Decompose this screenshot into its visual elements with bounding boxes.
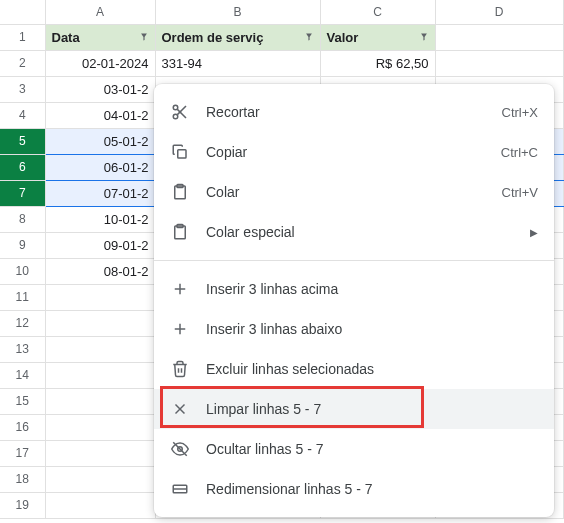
menu-hide-rows[interactable]: Ocultar linhas 5 - 7 — [154, 429, 554, 469]
submenu-arrow-icon: ▶ — [530, 227, 538, 238]
row-header-12[interactable]: 12 — [0, 310, 45, 336]
cell[interactable]: 06-01-2 — [45, 154, 155, 180]
col-header-c[interactable]: C — [320, 0, 435, 24]
row-header-8[interactable]: 8 — [0, 206, 45, 232]
row-header-10[interactable]: 10 — [0, 258, 45, 284]
menu-label: Copiar — [206, 144, 501, 160]
filter-icon[interactable] — [137, 30, 151, 44]
cell[interactable] — [45, 388, 155, 414]
cell[interactable]: 08-01-2 — [45, 258, 155, 284]
row-header-1[interactable]: 1 — [0, 24, 45, 50]
header-data[interactable]: Data — [45, 24, 155, 50]
shortcut: Ctrl+C — [501, 145, 538, 160]
cell[interactable]: 05-01-2 — [45, 128, 155, 154]
svg-point-1 — [173, 114, 178, 119]
header-label: Data — [52, 30, 80, 45]
row-header-18[interactable]: 18 — [0, 466, 45, 492]
row-header-13[interactable]: 13 — [0, 336, 45, 362]
col-header-a[interactable]: A — [45, 0, 155, 24]
svg-point-0 — [173, 105, 178, 110]
cell[interactable] — [45, 336, 155, 362]
cell[interactable] — [45, 284, 155, 310]
plus-icon — [170, 279, 190, 299]
clipboard-icon — [170, 222, 190, 242]
menu-label: Colar — [206, 184, 502, 200]
menu-insert-above[interactable]: Inserir 3 linhas acima — [154, 269, 554, 309]
row-header-2[interactable]: 2 — [0, 50, 45, 76]
filter-icon[interactable] — [302, 30, 316, 44]
cell[interactable] — [435, 24, 563, 50]
shortcut: Ctrl+X — [502, 105, 538, 120]
row-header-5[interactable]: 5 — [0, 128, 45, 154]
row-header-7[interactable]: 7 — [0, 180, 45, 206]
eye-off-icon — [170, 439, 190, 459]
menu-copy[interactable]: Copiar Ctrl+C — [154, 132, 554, 172]
cell[interactable] — [45, 466, 155, 492]
cell[interactable] — [45, 362, 155, 388]
copy-icon — [170, 142, 190, 162]
trash-icon — [170, 359, 190, 379]
header-valor[interactable]: Valor — [320, 24, 435, 50]
cell[interactable]: 07-01-2 — [45, 180, 155, 206]
cell[interactable] — [45, 414, 155, 440]
menu-label: Recortar — [206, 104, 502, 120]
row-header-16[interactable]: 16 — [0, 414, 45, 440]
cell[interactable] — [435, 50, 563, 76]
menu-label: Redimensionar linhas 5 - 7 — [206, 481, 538, 497]
row-header-19[interactable]: 19 — [0, 492, 45, 518]
shortcut: Ctrl+V — [502, 185, 538, 200]
scissors-icon — [170, 102, 190, 122]
menu-separator — [154, 260, 554, 261]
menu-paste[interactable]: Colar Ctrl+V — [154, 172, 554, 212]
header-ordem[interactable]: Ordem de serviç — [155, 24, 320, 50]
col-header-d[interactable]: D — [435, 0, 563, 24]
menu-cut[interactable]: Recortar Ctrl+X — [154, 92, 554, 132]
cell[interactable] — [45, 310, 155, 336]
row-header-6[interactable]: 6 — [0, 154, 45, 180]
cell[interactable]: R$ 62,50 — [320, 50, 435, 76]
row-header-17[interactable]: 17 — [0, 440, 45, 466]
close-icon — [170, 399, 190, 419]
filter-icon[interactable] — [417, 30, 431, 44]
header-label: Valor — [327, 30, 359, 45]
cell[interactable] — [45, 440, 155, 466]
cell[interactable]: 10-01-2 — [45, 206, 155, 232]
cell[interactable]: 331-94 — [155, 50, 320, 76]
cell[interactable]: 04-01-2 — [45, 102, 155, 128]
menu-label: Limpar linhas 5 - 7 — [206, 401, 538, 417]
menu-label: Colar especial — [206, 224, 530, 240]
cell[interactable]: 02-01-2024 — [45, 50, 155, 76]
clipboard-icon — [170, 182, 190, 202]
cell[interactable]: 09-01-2 — [45, 232, 155, 258]
svg-rect-4 — [178, 150, 186, 158]
row-header-3[interactable]: 3 — [0, 76, 45, 102]
menu-label: Ocultar linhas 5 - 7 — [206, 441, 538, 457]
resize-icon — [170, 479, 190, 499]
menu-label: Excluir linhas selecionadas — [206, 361, 538, 377]
menu-label: Inserir 3 linhas abaixo — [206, 321, 538, 337]
plus-icon — [170, 319, 190, 339]
row-header-14[interactable]: 14 — [0, 362, 45, 388]
menu-paste-special[interactable]: Colar especial ▶ — [154, 212, 554, 252]
row-header-11[interactable]: 11 — [0, 284, 45, 310]
select-all-corner[interactable] — [0, 0, 45, 24]
row-header-9[interactable]: 9 — [0, 232, 45, 258]
menu-insert-below[interactable]: Inserir 3 linhas abaixo — [154, 309, 554, 349]
cell[interactable] — [45, 492, 155, 518]
menu-label: Inserir 3 linhas acima — [206, 281, 538, 297]
context-menu: Recortar Ctrl+X Copiar Ctrl+C Colar Ctrl… — [154, 84, 554, 517]
menu-resize-rows[interactable]: Redimensionar linhas 5 - 7 — [154, 469, 554, 509]
menu-delete-rows[interactable]: Excluir linhas selecionadas — [154, 349, 554, 389]
cell[interactable]: 03-01-2 — [45, 76, 155, 102]
row-header-15[interactable]: 15 — [0, 388, 45, 414]
row-header-4[interactable]: 4 — [0, 102, 45, 128]
col-header-b[interactable]: B — [155, 0, 320, 24]
menu-clear-rows[interactable]: Limpar linhas 5 - 7 — [154, 389, 554, 429]
header-label: Ordem de serviç — [162, 30, 264, 45]
